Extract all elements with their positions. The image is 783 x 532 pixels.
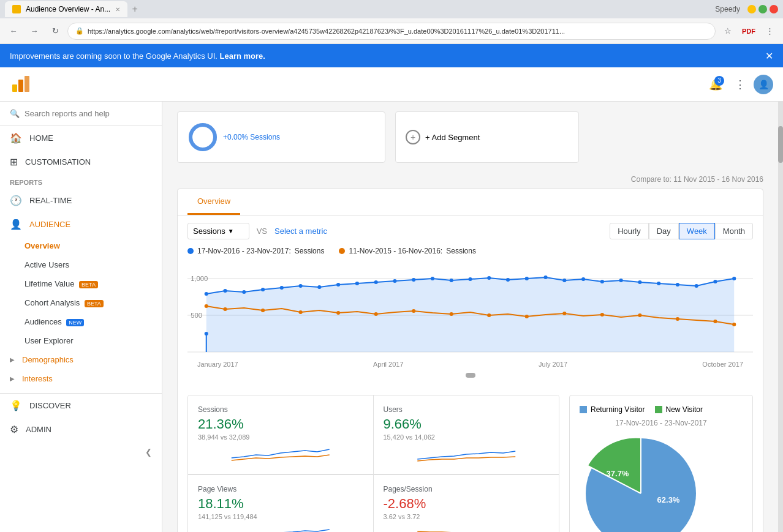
app: Improvements are coming soon to the Goog… xyxy=(0,44,783,532)
sidebar-sub-cohort-analysis[interactable]: Cohort Analysis BETA xyxy=(0,293,162,312)
pie-returning-pct: 62.3% xyxy=(657,495,680,504)
segment-card: +0.00% Sessions xyxy=(177,111,385,163)
legend-series1: Sessions xyxy=(295,247,325,255)
vertical-scrollbar[interactable] xyxy=(778,102,783,532)
sidebar-sub-user-explorer[interactable]: User Explorer xyxy=(0,331,162,350)
browser-tab[interactable]: Audience Overview - An... ✕ xyxy=(5,1,127,17)
tab-overview[interactable]: Overview xyxy=(187,189,240,215)
update-banner: Improvements are coming soon to the Goog… xyxy=(0,44,783,67)
svg-point-11 xyxy=(223,289,227,293)
sidebar-collapse-btn[interactable]: ❮ xyxy=(0,441,162,463)
sidebar-sub-lifetime-value[interactable]: Lifetime Value BETA xyxy=(0,274,162,293)
legend-item-prev: 11-Nov-2015 - 16-Nov-2016: Sessions xyxy=(339,247,475,255)
time-btn-hourly[interactable]: Hourly xyxy=(610,223,649,239)
app-header-right: 🔔 3 ⋮ 👤 xyxy=(705,73,773,96)
admin-icon: ⚙ xyxy=(10,424,18,435)
pie-legend-returning: Returning Visitor xyxy=(580,405,645,414)
sidebar-item-demographics[interactable]: ▶ Demographics xyxy=(0,350,162,369)
bookmark-btn[interactable]: ☆ xyxy=(719,23,736,40)
svg-point-25 xyxy=(487,276,491,280)
search-icon: 🔍 xyxy=(10,109,20,118)
svg-point-44 xyxy=(374,312,378,316)
metric-card-pages-session: Pages/Session -2.68% 3.62 vs 3.72 xyxy=(374,474,559,532)
time-btn-month[interactable]: Month xyxy=(715,223,753,239)
line-chart-svg: 1,000 500 xyxy=(187,260,753,358)
add-circle-icon: + xyxy=(406,130,420,144)
legend-date1: 17-Nov-2016 - 23-Nov-2017: xyxy=(197,247,291,255)
sidebar-sub-overview[interactable]: Overview xyxy=(0,236,162,255)
svg-point-29 xyxy=(562,279,566,282)
sidebar-item-discover[interactable]: 💡 DISCOVER xyxy=(0,393,162,418)
notifications-btn[interactable]: 🔔 3 xyxy=(705,73,727,96)
metric-label: Sessions xyxy=(193,227,225,236)
maximize-btn[interactable] xyxy=(758,5,767,13)
avatar[interactable]: 👤 xyxy=(754,75,773,94)
sidebar-sub-active-users[interactable]: Active Users xyxy=(0,255,162,274)
user-explorer-label: User Explorer xyxy=(25,336,73,345)
lifetime-value-badge: BETA xyxy=(79,281,98,288)
chart-scrollbar[interactable] xyxy=(187,370,753,380)
pdf-btn[interactable]: PDF xyxy=(740,23,757,40)
metric-sub-pages-session: 3.62 vs 3.72 xyxy=(384,513,550,520)
forward-btn[interactable]: → xyxy=(26,23,43,40)
time-btn-week[interactable]: Week xyxy=(679,223,715,239)
discover-label: DISCOVER xyxy=(29,401,71,410)
home-icon: 🏠 xyxy=(10,132,22,144)
select-metric-link[interactable]: Select a metric xyxy=(274,227,327,236)
metric-title-pages-session: Pages/Session xyxy=(384,485,550,493)
active-users-label: Active Users xyxy=(25,260,69,269)
metric-select[interactable]: Sessions ▼ xyxy=(187,223,249,239)
pie-section: Returning Visitor New Visitor 17-Nov-201… xyxy=(569,395,753,532)
svg-point-22 xyxy=(431,277,434,280)
legend-returning-label: Returning Visitor xyxy=(591,405,645,414)
refresh-btn[interactable]: ↻ xyxy=(47,23,64,40)
sidebar-item-home[interactable]: 🏠 HOME xyxy=(0,126,162,150)
sidebar-item-admin[interactable]: ⚙ ADMIN xyxy=(0,418,162,441)
sidebar-item-audience[interactable]: 👤 AUDIENCE xyxy=(0,212,162,236)
svg-point-27 xyxy=(525,277,529,280)
customisation-label: CUSTOMISATION xyxy=(25,157,91,167)
minimize-btn[interactable] xyxy=(747,5,756,13)
close-btn[interactable] xyxy=(770,5,778,13)
discover-icon: 💡 xyxy=(10,400,22,411)
x-label-apr: April 2017 xyxy=(373,361,404,368)
chart-svg-wrap: 1,000 500 xyxy=(187,260,753,358)
search-input[interactable] xyxy=(25,109,152,118)
app-logo xyxy=(10,75,29,94)
metric-title-pageviews: Page Views xyxy=(198,485,363,493)
sidebar-item-customisation[interactable]: ⊞ CUSTOMISATION xyxy=(0,150,162,174)
svg-point-34 xyxy=(657,282,660,285)
svg-rect-0 xyxy=(12,84,17,92)
svg-point-14 xyxy=(280,286,284,290)
scroll-thumb[interactable] xyxy=(466,373,475,378)
pie-new-pct: 37.7% xyxy=(607,469,629,478)
svg-point-47 xyxy=(487,313,491,317)
svg-point-20 xyxy=(393,279,396,283)
add-segment-btn[interactable]: + + Add Segment xyxy=(395,111,579,163)
svg-point-54 xyxy=(732,323,736,326)
sidebar-search[interactable]: 🔍 xyxy=(0,102,162,126)
sidebar-sub-audiences[interactable]: Audiences NEW xyxy=(0,312,162,331)
metric-title-sessions: Sessions xyxy=(198,405,363,414)
chart-toolbar: Sessions ▼ VS Select a metric Hourly Day… xyxy=(178,215,763,247)
banner-close-btn[interactable]: ✕ xyxy=(765,50,773,62)
sidebar-item-interests[interactable]: ▶ Interests xyxy=(0,369,162,388)
new-tab-btn[interactable]: + xyxy=(127,2,142,17)
nav-bar: ← → ↻ 🔒 https://analytics.google.com/ana… xyxy=(0,18,783,44)
back-btn[interactable]: ← xyxy=(5,23,22,40)
metric-value-pageviews: 18.11% xyxy=(198,496,363,512)
sessions-percent: +0.00% Sessions xyxy=(223,133,280,141)
svg-point-30 xyxy=(581,277,585,281)
tab-close-btn[interactable]: ✕ xyxy=(115,6,120,13)
options-btn[interactable]: ⋮ xyxy=(732,76,749,93)
sidebar-item-realtime[interactable]: 🕐 REAL-TIME xyxy=(0,189,162,212)
address-bar[interactable]: 🔒 https://analytics.google.com/analytics… xyxy=(67,23,716,40)
metric-value-users: 9.66% xyxy=(384,416,550,432)
menu-btn[interactable]: ⋮ xyxy=(761,23,778,40)
time-btn-day[interactable]: Day xyxy=(649,223,679,239)
banner-link[interactable]: Learn more. xyxy=(220,51,265,61)
legend-sq-returning xyxy=(580,406,587,413)
svg-point-15 xyxy=(299,284,303,288)
scrollbar-thumb[interactable] xyxy=(778,126,783,163)
metrics-grid: Sessions 21.36% 38,944 vs 32,089 xyxy=(187,395,559,532)
